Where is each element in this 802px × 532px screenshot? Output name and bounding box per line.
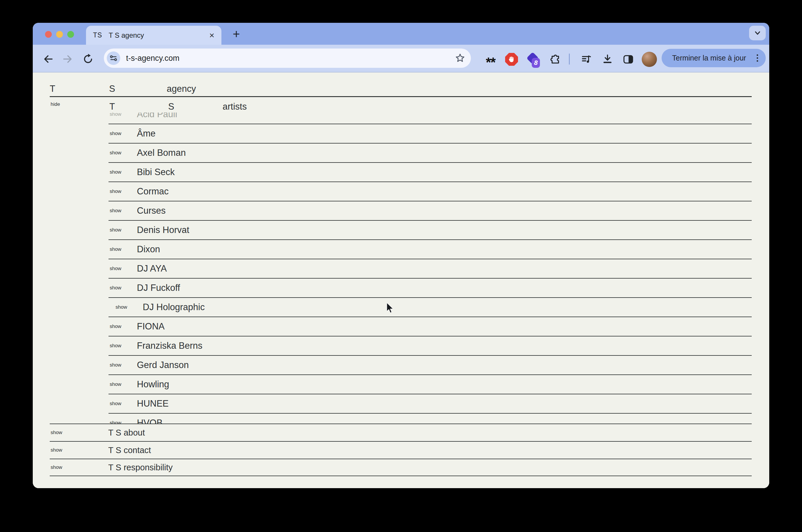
artist-row[interactable]: show Âme [109,124,752,144]
artist-row[interactable]: show Gerd Janson [109,356,752,375]
artist-show-toggle[interactable]: show [110,362,137,368]
section-title: T S contact [108,445,151,455]
artist-row[interactable]: show HVOB [109,414,752,423]
stop-hand-icon [505,53,518,66]
extension-asterisks[interactable]: ** [483,52,498,66]
artist-row[interactable]: show DJ Fuckoff [109,279,752,298]
site-settings-button[interactable] [107,52,120,65]
update-browser-button[interactable]: Terminer la mise à jour [661,49,766,67]
artist-name: Acid Pauli [137,113,177,119]
artist-show-toggle[interactable]: show [110,113,137,117]
new-tab-button[interactable]: + [228,27,244,41]
url-bar[interactable]: t-s-agency.com [104,49,471,68]
tune-icon [108,53,119,63]
section-show-toggle[interactable]: show [51,430,108,436]
header-divider [50,96,752,97]
site-header-agency: agency [167,84,196,93]
artist-row[interactable]: show Curses [109,202,752,221]
tab-favicon: TS [93,31,102,39]
section-row-contact[interactable]: show T S contact [50,441,752,459]
artist-row[interactable]: show FIONA [109,317,752,337]
artist-row[interactable]: show Howling [109,375,752,394]
artist-show-toggle[interactable]: show [110,266,137,271]
artist-show-toggle[interactable]: show [110,420,137,423]
back-arrow-icon [42,53,54,65]
artist-show-toggle[interactable]: show [110,227,137,233]
browser-tab[interactable]: TS T S agency × [86,26,221,45]
section-row-responsibility[interactable]: show T S responsibility [50,459,752,476]
toolbar-separator [569,54,570,64]
artist-show-toggle[interactable]: show [110,150,137,156]
chevron-down-icon [753,28,762,37]
extension-badge-count: 8 [532,58,540,68]
artist-name: HVOB [137,418,163,423]
artist-name: Gerd Janson [137,360,189,370]
artist-show-toggle[interactable]: show [110,189,137,194]
mouse-cursor [386,302,394,314]
update-button-label: Terminer la mise à jour [672,54,746,62]
section-row-about[interactable]: show T S about [50,423,752,441]
forward-button[interactable] [61,53,74,65]
artist-row[interactable]: show Axel Boman [109,144,752,163]
page-content: T S agency hide T S artists show Acid Pa… [33,73,769,488]
artist-name: Howling [137,379,169,390]
artist-name: Âme [137,128,155,139]
profile-avatar[interactable] [642,52,657,67]
extensions-menu-button[interactable] [547,52,562,66]
artist-show-toggle[interactable]: show [110,169,137,175]
artist-row[interactable]: show Cormac [109,182,752,202]
artist-show-toggle[interactable]: show [115,304,143,310]
artist-show-toggle[interactable]: show [110,324,137,329]
artist-name: DJ Holographic [143,302,205,312]
tab-strip: TS T S agency × + [33,23,769,45]
extension-purple-badge[interactable]: 8 [526,52,541,66]
back-button[interactable] [42,53,55,65]
artist-name: Denis Horvat [137,225,189,235]
artist-row[interactable]: show Denis Horvat [109,221,752,240]
url-text[interactable]: t-s-agency.com [126,54,454,63]
artist-row[interactable]: show Acid Pauli [109,113,752,124]
artist-name: Axel Boman [137,148,186,158]
artist-row[interactable]: show DJ AYA [109,259,752,279]
artist-name: Franziska Berns [137,341,202,351]
tab-title: T S agency [109,31,144,39]
playlist-button[interactable] [579,52,594,66]
site-header-t: T [50,84,55,93]
artist-row[interactable]: show HUNEE [109,394,752,414]
minimize-window-button[interactable] [56,31,63,38]
downloads-button[interactable] [600,52,615,66]
section-title: T S responsibility [108,463,172,472]
artist-show-toggle[interactable]: show [110,381,137,387]
artist-name: HUNEE [137,398,169,409]
close-window-button[interactable] [45,31,52,38]
artist-row[interactable]: show Bibi Seck [109,163,752,182]
artist-show-toggle[interactable]: show [110,343,137,349]
screenshot-stage: TS T S agency × + [0,0,802,532]
artist-show-toggle[interactable]: show [110,131,137,136]
tab-search-button[interactable] [749,26,766,40]
artist-name: DJ Fuckoff [137,283,180,293]
artist-name: Curses [137,206,166,216]
reload-button[interactable] [81,53,94,65]
section-title: T S about [108,428,145,438]
artists-list: show Acid Pauli show Âme show Axel Boman… [109,113,752,423]
section-show-toggle[interactable]: show [51,447,108,453]
tab-close-icon[interactable]: × [209,31,215,40]
maximize-window-button[interactable] [67,31,74,38]
extension-adblock[interactable] [504,52,519,66]
reload-icon [82,53,94,65]
bookmark-star-icon[interactable] [454,53,466,64]
section-show-toggle[interactable]: show [51,464,108,470]
side-panel-button[interactable] [621,52,636,66]
artist-row[interactable]: show Franziska Berns [109,337,752,356]
artists-hide-toggle[interactable]: hide [51,101,60,107]
artists-header-word: artists [223,102,247,111]
music-playlist-icon [580,53,593,65]
artist-row[interactable]: show Dixon [109,240,752,259]
browser-menu-kebab-icon[interactable] [755,53,760,63]
artist-show-toggle[interactable]: show [110,401,137,406]
artist-row[interactable]: show DJ Holographic [109,298,752,317]
artist-show-toggle[interactable]: show [110,246,137,252]
artist-show-toggle[interactable]: show [110,285,137,291]
artist-show-toggle[interactable]: show [110,208,137,214]
